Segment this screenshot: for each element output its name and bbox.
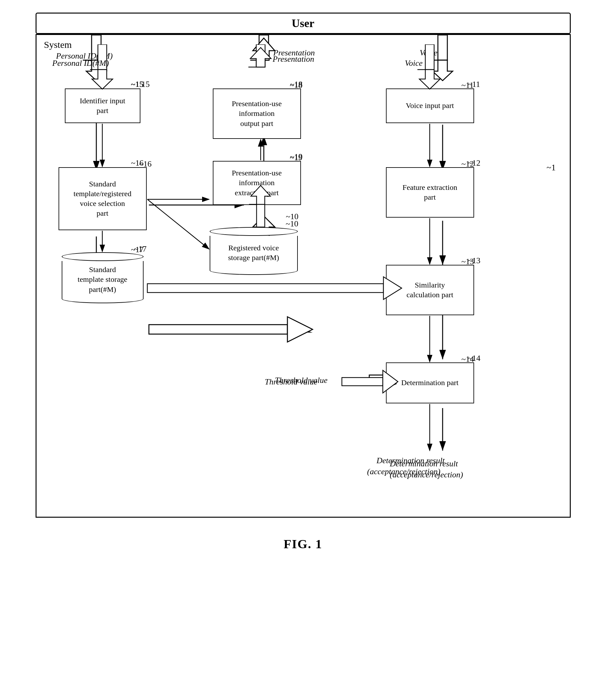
ref-12-label: ~12 bbox=[462, 159, 474, 169]
ref-10-label: ~10 bbox=[286, 219, 299, 229]
svg-rect-35 bbox=[425, 44, 434, 70]
std-template-storage-container: Standardtemplate storagepart(#M) bbox=[62, 252, 143, 303]
similarity-calc-label: Similaritycalculation part bbox=[406, 280, 453, 300]
ref-11-label: ~11 bbox=[462, 81, 474, 90]
svg-text:Personal ID(#M): Personal ID(#M) bbox=[52, 59, 109, 68]
svg-marker-32 bbox=[90, 70, 113, 89]
svg-text:Voice: Voice bbox=[405, 59, 422, 68]
system-box: System Personal ID(#M) bbox=[36, 34, 571, 518]
user-label: User bbox=[292, 17, 314, 29]
reg-voice-storage-label: Registered voicestorage part(#M) bbox=[228, 243, 279, 263]
svg-marker-36 bbox=[417, 70, 440, 89]
presentation-extraction-container: Presentation-useinformationextraction pa… bbox=[213, 161, 301, 205]
presentation-extraction-box: Presentation-useinformationextraction pa… bbox=[213, 161, 301, 205]
similarity-calc-container: Similaritycalculation part bbox=[386, 265, 474, 315]
ref-13-label: ~13 bbox=[462, 257, 474, 266]
reg-voice-storage-container: Registered voicestorage part(#M) bbox=[210, 227, 298, 275]
svg-text:Threshold value: Threshold value bbox=[265, 377, 317, 386]
svg-line-39 bbox=[147, 199, 209, 249]
std-template-storage-body: Standardtemplate storagepart(#M) bbox=[62, 261, 143, 299]
reg-voice-storage-body: Registered voicestorage part(#M) bbox=[210, 236, 298, 270]
voice-input-container: Voice input part bbox=[386, 89, 474, 123]
voice-input-label: Voice input part bbox=[406, 101, 454, 111]
system-inner: Identifier inputpart 15 ~15 Standardtemp… bbox=[46, 44, 560, 501]
svg-rect-33 bbox=[256, 44, 265, 67]
ref-18-label: ~18 bbox=[290, 81, 303, 90]
feature-extraction-label: Feature extractionpart bbox=[403, 183, 458, 202]
std-template-sel-label: Standardtemplate/registeredvoice selecti… bbox=[74, 179, 132, 219]
voice-input-box: Voice input part bbox=[386, 89, 474, 123]
cyl-top-10 bbox=[210, 227, 298, 236]
cyl-bottom-17 bbox=[62, 294, 143, 303]
cyl-top-17 bbox=[62, 252, 143, 261]
feature-extraction-container: Feature extractionpart bbox=[386, 167, 474, 218]
ref-17-label: ~17 bbox=[134, 244, 147, 254]
std-template-sel-box: Standardtemplate/registeredvoice selecti… bbox=[59, 167, 147, 230]
presentation-extraction-label: Presentation-useinformationextraction pa… bbox=[232, 168, 282, 198]
determination-container: Determination part bbox=[386, 362, 474, 403]
presentation-output-container: Presentation-useinformationoutput part bbox=[213, 89, 301, 139]
figure-label: FIG. 1 bbox=[36, 537, 571, 551]
similarity-calc-box: Similaritycalculation part bbox=[386, 265, 474, 315]
feature-extraction-box: Feature extractionpart bbox=[386, 167, 474, 218]
svg-rect-50 bbox=[342, 378, 383, 386]
user-box: User bbox=[36, 13, 571, 34]
presentation-output-label: Presentation-useinformationoutput part bbox=[232, 99, 282, 129]
ref-14-label: ~14 bbox=[462, 355, 474, 364]
svg-rect-31 bbox=[98, 44, 107, 70]
presentation-output-box: Presentation-useinformationoutput part bbox=[213, 89, 301, 139]
determination-box: Determination part bbox=[386, 362, 474, 403]
cyl-bottom-10 bbox=[210, 266, 298, 275]
identifier-input-label: Identifier inputpart bbox=[80, 96, 125, 116]
svg-text:Determination result: Determination result bbox=[376, 456, 445, 465]
determination-label: Determination part bbox=[401, 378, 459, 388]
ref-19-label: ~19 bbox=[290, 153, 303, 162]
svg-marker-34 bbox=[248, 48, 271, 67]
identifier-input-container: Identifier inputpart 15 bbox=[65, 89, 140, 123]
svg-text:~1: ~1 bbox=[546, 162, 556, 172]
ref-16-label: ~16 bbox=[139, 159, 152, 169]
identifier-input-box: Identifier inputpart bbox=[65, 89, 140, 123]
svg-rect-41 bbox=[147, 284, 383, 293]
svg-text:Presentation: Presentation bbox=[272, 54, 314, 64]
svg-rect-44 bbox=[257, 204, 265, 227]
svg-text:(acceptance/rejection): (acceptance/rejection) bbox=[367, 467, 440, 476]
std-template-storage-label: Standardtemplate storagepart(#M) bbox=[78, 265, 127, 294]
ref-15-label: ~15 bbox=[131, 80, 143, 89]
std-template-sel-container: Standardtemplate/registeredvoice selecti… bbox=[59, 167, 147, 230]
diagram-container: User System Personal ID(#M) bbox=[36, 13, 571, 551]
